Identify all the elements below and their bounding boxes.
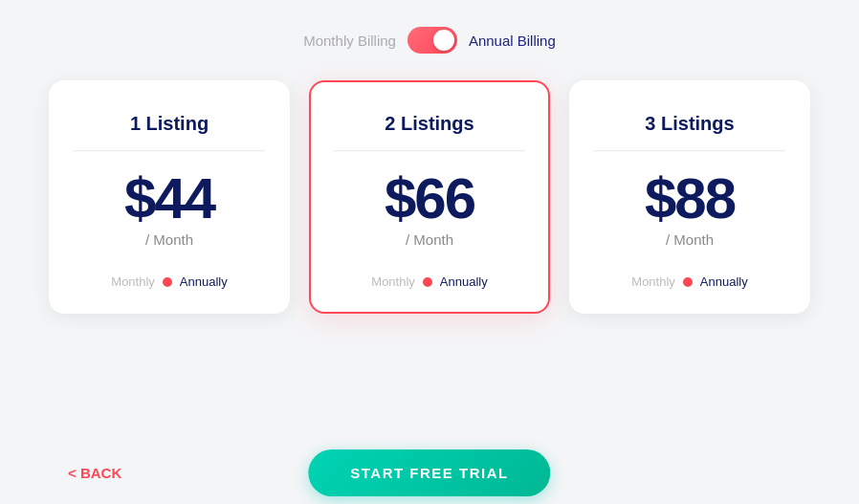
card-3-annually-label: Annually bbox=[700, 274, 748, 289]
pricing-card-2[interactable]: 2 Listings $66 / Month Monthly Annually bbox=[309, 80, 550, 314]
pricing-cards-row: 1 Listing $44 / Month Monthly Annually 2… bbox=[49, 80, 810, 314]
start-trial-button[interactable]: START FREE TRIAL bbox=[308, 449, 550, 496]
card-3-price: $88 bbox=[645, 170, 735, 228]
card-1-billing-options: Monthly Annually bbox=[111, 274, 227, 289]
card-2-period: / Month bbox=[406, 231, 453, 248]
card-2-monthly-label: Monthly bbox=[371, 274, 415, 289]
card-1-billing-dot bbox=[163, 277, 172, 287]
card-2-divider bbox=[334, 150, 525, 151]
card-3-billing-dot bbox=[683, 277, 693, 287]
toggle-knob bbox=[433, 30, 454, 51]
page-wrapper: Monthly Billing Annual Billing 1 Listing… bbox=[0, 0, 859, 504]
card-1-monthly-label: Monthly bbox=[111, 274, 155, 289]
pricing-card-3[interactable]: 3 Listings $88 / Month Monthly Annually bbox=[569, 80, 810, 314]
card-1-period: / Month bbox=[145, 231, 193, 248]
billing-toggle[interactable] bbox=[407, 27, 457, 54]
card-3-monthly-label: Monthly bbox=[631, 274, 675, 289]
card-2-annually-label: Annually bbox=[440, 274, 488, 289]
card-3-period: / Month bbox=[666, 231, 714, 248]
card-1-price: $44 bbox=[124, 170, 214, 228]
card-2-billing-options: Monthly Annually bbox=[371, 274, 487, 289]
pricing-card-1[interactable]: 1 Listing $44 / Month Monthly Annually bbox=[49, 80, 290, 314]
annual-billing-label: Annual Billing bbox=[469, 33, 556, 49]
card-3-divider bbox=[594, 150, 785, 151]
card-2-price: $66 bbox=[385, 170, 474, 228]
card-1-title: 1 Listing bbox=[130, 113, 209, 135]
card-2-billing-dot bbox=[423, 277, 432, 287]
card-1-annually-label: Annually bbox=[180, 274, 228, 289]
monthly-billing-label: Monthly Billing bbox=[303, 33, 396, 49]
card-3-title: 3 Listings bbox=[645, 113, 734, 135]
card-3-billing-options: Monthly Annually bbox=[631, 274, 747, 289]
back-link[interactable]: < BACK bbox=[68, 465, 121, 481]
card-1-divider bbox=[74, 150, 265, 151]
bottom-row: < BACK START FREE TRIAL bbox=[37, 465, 822, 481]
card-2-title: 2 Listings bbox=[385, 113, 474, 135]
billing-toggle-row: Monthly Billing Annual Billing bbox=[303, 27, 556, 54]
